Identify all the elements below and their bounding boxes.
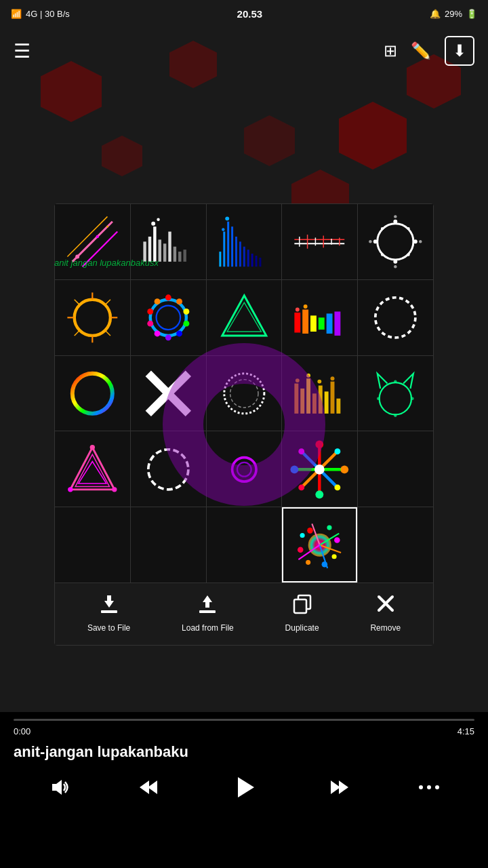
cell-4[interactable] — [282, 204, 357, 279]
cell-17[interactable] — [131, 431, 206, 507]
play-button[interactable] — [230, 773, 258, 802]
load-label: Load from File — [182, 623, 234, 633]
status-bar: 📶 4G | 30 B/s 20.53 🔔 29% 🔋 — [0, 0, 488, 27]
svg-rect-10 — [163, 243, 166, 262]
battery-text: 29% — [445, 9, 462, 19]
svg-rect-26 — [255, 256, 257, 267]
svg-point-108 — [90, 445, 95, 450]
load-icon — [197, 593, 218, 619]
svg-point-50 — [419, 240, 422, 243]
svg-point-118 — [316, 440, 324, 448]
remove-button[interactable]: Remove — [370, 593, 401, 633]
status-left: 📶 4G | 30 B/s — [11, 9, 70, 19]
svg-point-15 — [151, 222, 155, 226]
cell-16[interactable] — [55, 431, 130, 507]
svg-rect-11 — [168, 232, 171, 262]
load-from-file-button[interactable]: Load from File — [182, 593, 234, 633]
remove-icon — [375, 593, 396, 619]
svg-rect-14 — [183, 250, 186, 262]
edit-button[interactable]: ✏️ — [411, 41, 431, 60]
svg-rect-20 — [231, 226, 233, 267]
svg-point-130 — [334, 537, 340, 543]
svg-point-120 — [291, 465, 299, 473]
save-icon — [98, 593, 120, 619]
cell-23[interactable] — [207, 507, 282, 583]
download-button[interactable]: ⬇ — [445, 36, 474, 66]
cell-15[interactable] — [358, 356, 433, 431]
svg-point-70 — [147, 309, 153, 315]
duplicate-button[interactable]: Duplicate — [285, 593, 319, 633]
svg-point-102 — [394, 414, 396, 416]
next-button[interactable] — [325, 775, 350, 800]
progress-bar-container[interactable] — [14, 719, 474, 721]
cell-13[interactable] — [207, 356, 282, 431]
svg-point-46 — [407, 227, 410, 230]
cell-7[interactable] — [131, 280, 206, 355]
svg-point-29 — [222, 228, 224, 231]
cell-6[interactable] — [55, 280, 130, 355]
svg-point-43 — [381, 227, 384, 230]
svg-rect-143 — [199, 610, 216, 613]
cell-25[interactable] — [358, 507, 433, 583]
svg-point-69 — [147, 321, 153, 327]
cell-22[interactable] — [131, 507, 206, 583]
svg-point-61 — [156, 305, 180, 329]
svg-rect-22 — [239, 241, 241, 267]
grid-view-button[interactable]: ⊞ — [384, 41, 397, 60]
cell-14[interactable] — [282, 356, 357, 431]
svg-rect-8 — [153, 226, 156, 262]
cell-1[interactable] — [55, 204, 130, 279]
svg-rect-90 — [307, 378, 311, 414]
svg-point-67 — [165, 334, 171, 340]
svg-rect-74 — [295, 313, 301, 333]
cell-9[interactable] — [282, 280, 357, 355]
cell-8[interactable] — [207, 280, 282, 355]
save-to-file-button[interactable]: Save to File — [87, 593, 130, 633]
svg-marker-150 — [148, 781, 157, 794]
clock: 20.53 — [237, 8, 263, 20]
cell-5[interactable] — [358, 204, 433, 279]
signal-icon: 📶 — [11, 9, 22, 19]
svg-point-135 — [300, 533, 305, 538]
svg-point-123 — [335, 484, 341, 490]
cell-20[interactable] — [358, 431, 433, 507]
svg-point-65 — [183, 321, 189, 327]
svg-point-87 — [230, 379, 258, 407]
svg-rect-95 — [337, 398, 341, 413]
cell-11[interactable] — [55, 356, 130, 431]
svg-point-122 — [299, 448, 305, 454]
svg-point-47 — [394, 215, 396, 218]
svg-point-128 — [307, 528, 313, 534]
player-controls — [14, 773, 474, 802]
menu-icon: ☰ — [14, 40, 30, 62]
menu-button[interactable]: ☰ — [14, 40, 30, 62]
svg-point-80 — [296, 307, 300, 311]
cell-2[interactable] — [131, 204, 206, 279]
duplicate-label: Duplicate — [285, 623, 319, 633]
svg-rect-25 — [251, 254, 253, 267]
svg-marker-144 — [203, 595, 212, 608]
svg-point-100 — [380, 382, 411, 414]
cell-21[interactable] — [55, 507, 130, 583]
svg-point-39 — [394, 220, 398, 224]
svg-point-113 — [237, 462, 251, 476]
cell-18[interactable] — [207, 431, 282, 507]
svg-point-71 — [155, 298, 161, 304]
svg-point-81 — [304, 304, 308, 309]
cell-19[interactable] — [282, 431, 357, 507]
preset-grid-panel: Save to File Load from File Duplicate — [54, 203, 434, 646]
cell-10[interactable] — [358, 280, 433, 355]
volume-button[interactable] — [47, 775, 71, 800]
svg-point-63 — [176, 298, 182, 304]
svg-point-49 — [369, 240, 371, 243]
cell-24[interactable] — [282, 507, 357, 583]
previous-button[interactable] — [138, 775, 163, 800]
svg-point-119 — [316, 490, 324, 498]
svg-point-134 — [298, 547, 304, 553]
svg-point-111 — [148, 449, 188, 489]
cell-3[interactable] — [207, 204, 282, 279]
svg-point-157 — [435, 785, 439, 789]
more-options-button[interactable] — [417, 775, 441, 800]
cell-12[interactable] — [131, 356, 206, 431]
svg-point-96 — [296, 378, 300, 382]
